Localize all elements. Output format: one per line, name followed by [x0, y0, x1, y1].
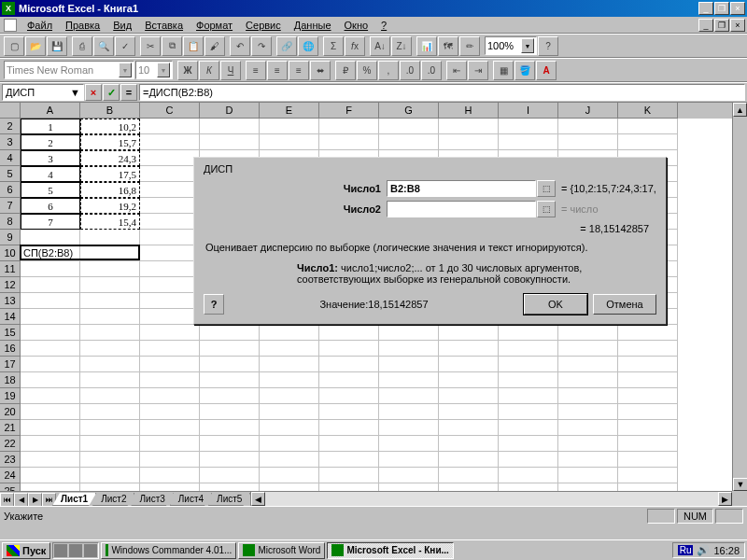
cell[interactable]	[379, 325, 439, 341]
cell[interactable]	[200, 388, 260, 404]
format-painter-icon[interactable]: 🖌	[204, 36, 225, 56]
cell[interactable]	[140, 214, 200, 230]
row-header[interactable]: 21	[0, 420, 21, 436]
cell[interactable]	[618, 325, 678, 341]
menu-data[interactable]: Данные	[289, 19, 337, 32]
cell[interactable]	[319, 388, 379, 404]
cell[interactable]: 17,5	[80, 166, 140, 182]
cell[interactable]	[21, 341, 80, 357]
chevron-down-icon[interactable]: ▼	[157, 63, 170, 77]
zoom-combo[interactable]: 100%▼	[485, 36, 537, 55]
taskbar-button[interactable]: Microsoft Excel - Кни...	[327, 542, 453, 559]
cell[interactable]	[200, 325, 260, 341]
cell[interactable]	[499, 325, 558, 341]
align-right-icon[interactable]: ≡	[289, 61, 309, 80]
cell[interactable]	[140, 325, 200, 341]
cell[interactable]	[379, 468, 439, 483]
cell[interactable]	[200, 341, 260, 357]
row-header[interactable]: 15	[0, 325, 21, 341]
row-header[interactable]: 16	[0, 341, 21, 357]
row-header[interactable]: 11	[0, 261, 21, 277]
cell[interactable]	[200, 452, 260, 468]
formula-input[interactable]: =ДИСП(B2:B8)	[139, 84, 745, 101]
cell[interactable]	[618, 468, 678, 483]
cell[interactable]	[319, 436, 379, 452]
cell[interactable]	[200, 357, 260, 372]
cell[interactable]	[21, 325, 80, 341]
chart-icon[interactable]: 📊	[416, 36, 437, 56]
row-header[interactable]: 24	[0, 468, 21, 483]
minimize-button[interactable]: _	[698, 2, 713, 15]
column-header[interactable]: C	[140, 103, 200, 119]
scroll-up-icon[interactable]: ▲	[733, 103, 747, 117]
tab-prev-icon[interactable]: ◀	[14, 493, 28, 507]
open-icon[interactable]: 📂	[25, 36, 46, 56]
cell[interactable]	[319, 119, 379, 134]
cell[interactable]	[21, 277, 80, 293]
percent-icon[interactable]: %	[357, 61, 377, 80]
column-header[interactable]: K	[618, 103, 678, 119]
cell[interactable]	[80, 357, 140, 372]
cell[interactable]	[140, 134, 200, 150]
decrease-indent-icon[interactable]: ⇤	[446, 61, 467, 80]
decrease-decimal-icon[interactable]: .0	[421, 61, 442, 80]
column-header[interactable]: A	[21, 103, 80, 119]
cell[interactable]	[140, 357, 200, 372]
cell[interactable]	[439, 452, 499, 468]
spell-icon[interactable]: ✓	[115, 36, 135, 56]
row-header[interactable]: 17	[0, 357, 21, 372]
sort-asc-icon[interactable]: A↓	[370, 36, 390, 56]
ql-icon[interactable]	[69, 544, 82, 557]
cell[interactable]	[319, 468, 379, 483]
select-all-corner[interactable]	[0, 103, 21, 119]
row-header[interactable]: 22	[0, 436, 21, 452]
cell[interactable]	[140, 404, 200, 420]
cell[interactable]	[80, 309, 140, 325]
cell[interactable]	[439, 436, 499, 452]
menu-edit[interactable]: Правка	[60, 19, 106, 32]
cell[interactable]	[21, 420, 80, 436]
cell[interactable]	[80, 325, 140, 341]
row-header[interactable]: 23	[0, 452, 21, 468]
row-header[interactable]: 2	[0, 119, 21, 134]
cell[interactable]	[140, 468, 200, 483]
cell[interactable]	[140, 341, 200, 357]
sort-desc-icon[interactable]: Z↓	[391, 36, 412, 56]
menu-help[interactable]: ?	[375, 19, 392, 32]
cell[interactable]	[499, 134, 558, 150]
cell[interactable]	[319, 357, 379, 372]
cell[interactable]	[439, 404, 499, 420]
row-header[interactable]: 20	[0, 404, 21, 420]
font-color-icon[interactable]: A	[536, 61, 557, 80]
row-header[interactable]: 4	[0, 150, 21, 166]
collapse-dialog-icon[interactable]: ⬚	[537, 201, 556, 217]
clock[interactable]: 16:28	[713, 545, 740, 556]
save-icon[interactable]: 💾	[47, 36, 67, 56]
new-icon[interactable]: ▢	[4, 36, 24, 56]
cell[interactable]	[439, 357, 499, 372]
cell[interactable]: 19,2	[80, 198, 140, 214]
column-header[interactable]: H	[439, 103, 499, 119]
cell[interactable]	[21, 372, 80, 388]
cell[interactable]	[558, 134, 618, 150]
cell[interactable]	[200, 420, 260, 436]
row-header[interactable]: 8	[0, 214, 21, 230]
cell[interactable]	[80, 277, 140, 293]
cell[interactable]	[499, 388, 558, 404]
cell[interactable]	[319, 341, 379, 357]
row-header[interactable]: 6	[0, 182, 21, 198]
cell[interactable]	[319, 325, 379, 341]
vertical-scrollbar[interactable]: ▲ ▼	[732, 103, 747, 491]
cell[interactable]	[80, 420, 140, 436]
tab-first-icon[interactable]: ⏮	[0, 493, 14, 507]
cell[interactable]	[140, 277, 200, 293]
cell[interactable]	[558, 357, 618, 372]
row-header[interactable]: 13	[0, 293, 21, 309]
cell[interactable]	[379, 119, 439, 134]
sheet-tab[interactable]: Лист3	[131, 493, 173, 506]
cell[interactable]	[319, 420, 379, 436]
cell[interactable]	[558, 325, 618, 341]
cell[interactable]	[140, 261, 200, 277]
name-box[interactable]: ДИСП▼	[2, 84, 84, 101]
cell[interactable]	[140, 293, 200, 309]
